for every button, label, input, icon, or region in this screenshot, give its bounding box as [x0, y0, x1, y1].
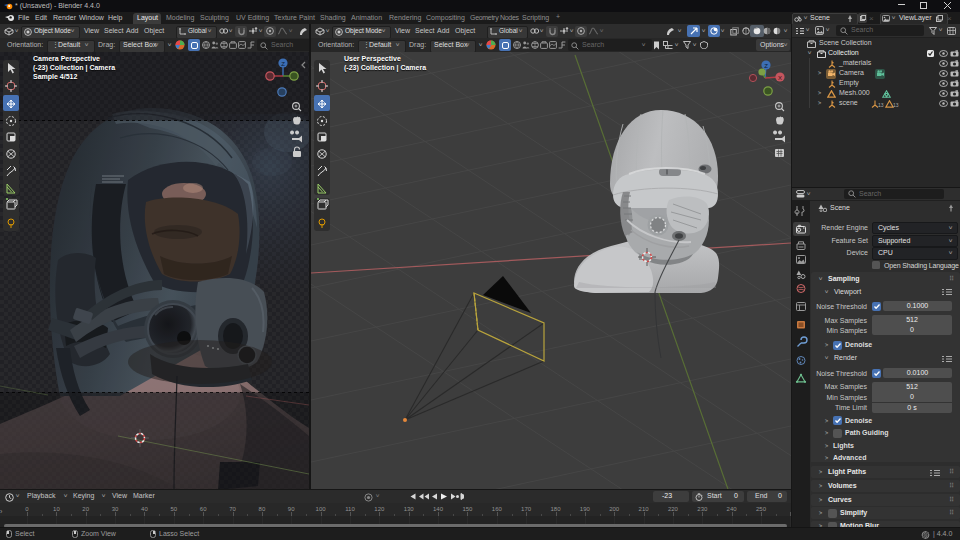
- svg-text:X: X: [778, 75, 782, 81]
- svg-text:Z: Z: [764, 63, 768, 69]
- svg-text:Z: Z: [281, 61, 285, 67]
